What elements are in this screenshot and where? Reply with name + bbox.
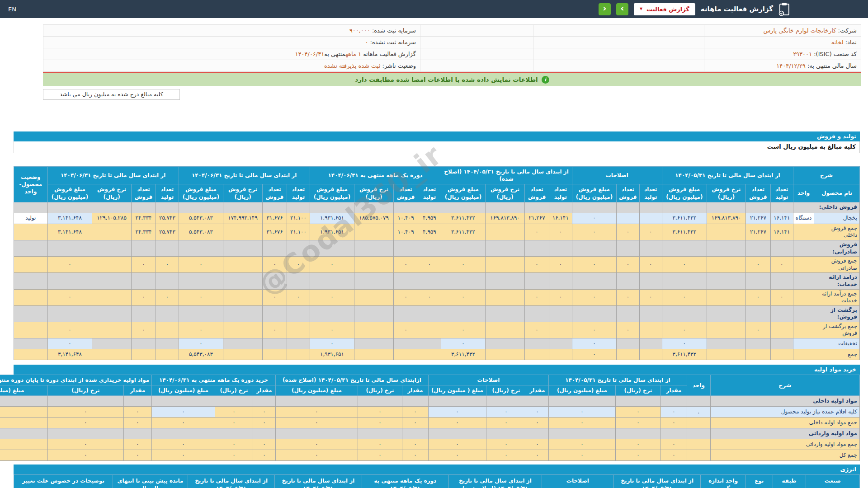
table-cell [707,349,746,360]
next-report-button[interactable]: › [616,3,628,15]
table-cell [156,240,179,256]
table-cell: ۰ [661,450,687,461]
table-row: یخچالدستگاه۱۶,۱۴۱۲۱,۲۶۷۱۶۹,۸۱۳,۸۹۰۳,۶۱۱,… [14,213,860,224]
column-header: مبلغ فروش (میلیون ریال) [441,184,486,202]
table-cell [617,202,639,213]
table-cell: ۰ [549,289,572,305]
section-header-production-sales: تولید و فروش [14,131,860,141]
table-cell [0,396,47,407]
table-cell: ۰ [486,418,526,428]
table-cell [486,338,525,349]
table-cell [639,338,662,349]
column-header: از ابتدای سال مالی تا تاریخ ۱۴۰۳/۰۶/۳۱ [47,167,179,184]
table-cell [92,202,132,213]
table-cell: ۰ [287,257,310,273]
table-cell [707,224,746,240]
table-cell: ۰ [253,450,275,461]
table-cell: ۰ [486,407,526,418]
table-cell: ۰ [0,439,47,450]
clipboard-report-icon [778,2,790,16]
table-cell: ۰ [616,407,661,418]
table-cell [0,428,47,439]
table-cell [92,349,132,360]
company-info-cell [420,60,533,72]
table-cell: ۲۱,۲۶۷ [746,213,770,224]
column-header: مبلغ (میلیون ریال) [151,385,215,396]
column-header: نرخ فروش (ریال) [223,184,263,202]
table-cell [287,305,310,322]
table-cell [639,273,662,289]
table-cell [179,240,223,256]
field-label: سال مالی منتهی به: [806,62,857,69]
table-cell: ۰ [526,407,548,418]
column-header: مبلغ فروش (میلیون ریال) [662,184,707,202]
table-cell: ۰ [151,418,215,428]
table-cell: ۰ [393,322,418,338]
table-cell [707,338,746,349]
table-cell: ۳۱,۶۷۶ [262,224,287,240]
unit-cell [793,289,814,305]
previous-report-button[interactable]: ‹ [599,3,611,15]
column-header: نرخ (ریال) [215,385,253,396]
table-cell: ۳,۶۱۱,۴۳۲ [441,349,486,360]
table-cell [47,305,92,322]
table-cell [287,322,310,338]
status-cell [14,349,48,360]
table-cell [223,289,263,305]
table-cell: ۰ [287,289,310,305]
table-cell [707,240,746,256]
table-cell [179,305,223,322]
row-label: یخچال [814,213,860,224]
table-cell: ۰ [402,418,428,428]
table-cell: ۰ [616,450,661,461]
table-cell: ۰ [402,439,428,450]
table-cell [131,338,156,349]
table-cell: ۰ [572,349,617,360]
table-cell: ۳,۶۱۱,۴۳۲ [441,224,486,240]
company-info-cell: سرمایه ثبت شده: ۹۰۰,۰۰۰ [43,25,420,37]
column-header: مبلغ (میلیون ریال) [0,385,47,396]
table-cell [793,273,814,289]
table-cell: ۰ [418,257,441,273]
table-cell: ۳,۶۱۱,۴۳۲ [662,213,707,224]
table-cell [402,396,428,407]
page-title: گزارش فعالیت ماهانه [701,5,773,13]
table-cell [486,396,526,407]
table-cell [524,202,549,213]
table-cell: ۳,۶۱۱,۴۳۲ [662,224,707,240]
company-info-cell: سرمایه ثبت نشده: ۰ [43,37,420,48]
table-cell [418,273,441,289]
table-cell [223,349,263,360]
report-type-dropdown[interactable]: گزارش فعالیت ▼ [634,3,695,15]
table-cell [639,240,662,256]
table-cell: ۰ [310,289,354,305]
production-sales-section: تولید و فروش کلیه مبالغ به میلیون ریال ا… [14,131,860,360]
table-cell [131,273,156,289]
column-header: خرید دوره یک ماهه منتهی به ۱۴۰۴/۰۶/۳۱ [151,375,275,385]
section-header-raw-materials: خرید مواد اولیه [14,365,860,375]
table-cell [253,396,275,407]
column-header: مبلغ فروش (میلیون ریال) [47,184,92,202]
table-cell [393,202,418,213]
table-cell [131,305,156,322]
language-toggle-en[interactable]: EN [8,6,16,13]
raw-materials-table: شرحواحداز ابتدای سال مالی تا تاریخ ۱۴۰۴/… [0,375,860,461]
status-cell [14,289,48,305]
table-cell: ۳,۱۴۱,۶۴۸ [47,224,92,240]
table-row: جمع فروش داخلی۱۶,۱۴۱۲۱,۲۶۷۳,۶۱۱,۴۳۲۰۰۰۰۰… [14,224,860,240]
status-cell [14,338,48,349]
table-cell [661,428,687,439]
table-cell [524,305,549,322]
table-cell: ۰ [548,418,615,428]
column-header: نرخ (ریال) [616,385,661,396]
table-cell: ۰ [253,407,275,418]
table-cell: ۰ [215,439,253,450]
field-label: منتهی به [324,51,345,57]
row-label: جمع مواد اولیه وارداتی [711,439,860,450]
table-cell: ۰ [572,322,617,338]
table-cell [47,396,123,407]
table-cell [770,305,793,322]
table-cell [262,240,287,256]
section-label: برگشت از فروش: [814,305,860,322]
company-info-row: سال مالی منتهی به: ۱۴۰۴/۱۲/۲۹وضعیت ناشر:… [43,60,861,72]
